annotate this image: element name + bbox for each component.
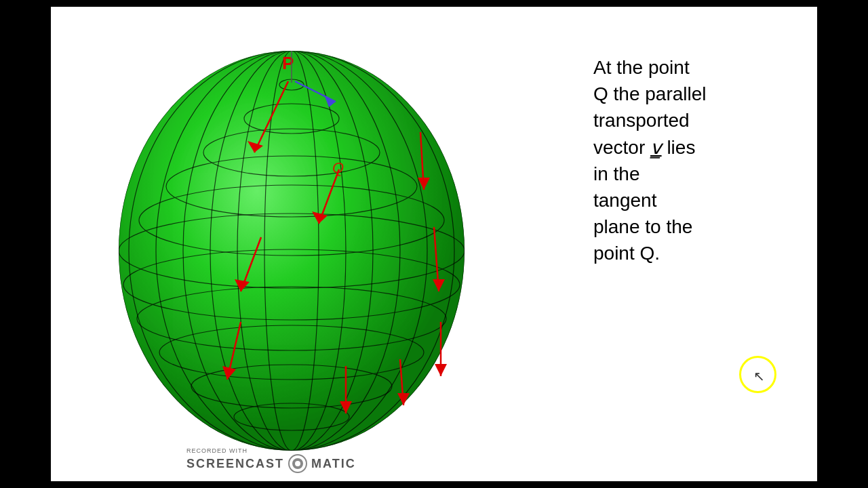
svg-marker-31 [435,364,447,376]
watermark-small: RECORDED WITH [186,447,248,454]
description-text: At the point Q the parallel transported … [593,54,707,267]
svg-point-42 [295,461,300,466]
watermark-large: SCREENCAST [186,457,284,471]
desc-line1: At the point [593,57,690,78]
sphere-svg: Q [95,27,488,461]
sphere-container: Q [95,27,488,461]
desc-line2: Q the parallel [593,83,707,104]
desc-line6: in the [593,163,640,184]
desc-line4: vector v̲ lies [593,137,695,158]
watermark: RECORDED WITH SCREENCAST MATIC [186,447,356,473]
desc-line8: plane to the [593,216,692,237]
left-black-bar [0,0,51,488]
desc-line7: tangent [593,190,656,211]
main-content: Q [51,7,817,481]
cursor-arrow-icon: ↖ [753,368,765,384]
desc-line3: transported [593,110,690,131]
sphere-body [119,51,465,451]
sphere-panel: Q [71,14,512,474]
desc-line9: point Q. [593,243,660,264]
screencastomatic-logo [288,454,307,473]
description-panel: At the point Q the parallel transported … [593,14,797,474]
right-black-bar [817,0,868,488]
cursor-indicator: ↖ [739,356,776,393]
watermark-suffix: MATIC [311,457,356,471]
